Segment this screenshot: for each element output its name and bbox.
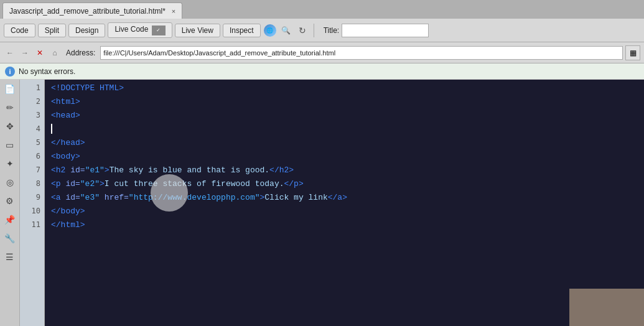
line-num-2: 2 [20, 95, 44, 108]
code-line-5: </head> [45, 136, 644, 149]
inspect-button[interactable]: Inspect [223, 24, 261, 37]
line-num-5: 5 [20, 136, 44, 149]
code-line-1: <!DOCTYPE HTML> [45, 81, 644, 95]
star-icon[interactable]: ✦ [3, 157, 17, 170]
status-message: No syntax errors. [19, 67, 75, 76]
status-bar: i No syntax errors. [0, 63, 644, 80]
tool-icon[interactable]: 🔧 [3, 231, 17, 245]
home-button[interactable]: ⌂ [49, 47, 61, 59]
line-num-4: 4 [20, 122, 44, 136]
target-icon[interactable]: ◎ [3, 175, 17, 189]
active-tab[interactable]: Javascript_add_remove_attribute_tutorial… [2, 2, 182, 19]
code-line-4 [45, 122, 644, 136]
code-line-7: <h2 id="e1">The sky is blue and that is … [45, 163, 644, 177]
grid-icon[interactable]: ▦ [625, 45, 640, 60]
refresh-icon[interactable]: ↻ [296, 24, 309, 37]
code-line-3: <head> [45, 108, 644, 122]
design-button[interactable]: Design [68, 24, 105, 37]
edit-icon[interactable]: ✏ [3, 101, 17, 114]
toolbar-separator [314, 24, 314, 37]
live-code-button[interactable]: Live Code ✓ [108, 22, 172, 38]
title-input[interactable] [342, 24, 429, 37]
split-button[interactable]: Split [38, 24, 66, 37]
watermark [569, 289, 644, 326]
line-numbers: 1 2 3 4 5 6 7 8 9 10 11 [20, 80, 45, 326]
address-label: Address: [66, 49, 95, 57]
code-line-11: </html> [45, 218, 644, 231]
code-line-9: <a id="e3" href="http://www.developphp.c… [45, 190, 644, 204]
address-input[interactable] [100, 46, 623, 60]
code-editor[interactable]: <!DOCTYPE HTML> <html> <head> </head> <b… [45, 80, 644, 326]
move-icon[interactable]: ✥ [3, 119, 17, 133]
address-bar: ← → ✕ ⌂ Address: ▦ [0, 42, 644, 63]
code-button[interactable]: Code [4, 24, 35, 37]
main-toolbar: Code Split Design Live Code ✓ Live View … [0, 19, 644, 42]
forward-button[interactable]: → [19, 47, 31, 59]
tab-close-btn[interactable]: × [172, 7, 175, 15]
stop-button[interactable]: ✕ [34, 47, 46, 59]
editor-container: 📄 ✏ ✥ ▭ ✦ ◎ ⚙ 📌 🔧 ☰ 1 2 3 4 5 6 7 8 9 10… [0, 80, 644, 326]
line-num-8: 8 [20, 177, 44, 190]
search-icon[interactable]: 🔍 [279, 24, 293, 37]
tab-title: Javascript_add_remove_attribute_tutorial… [9, 7, 166, 16]
live-view-button[interactable]: Live View [175, 24, 220, 37]
line-num-9: 9 [20, 190, 44, 204]
list-icon[interactable]: ☰ [3, 250, 17, 264]
back-button[interactable]: ← [4, 47, 16, 59]
line-num-7: 7 [20, 163, 44, 177]
line-num-6: 6 [20, 149, 44, 163]
settings-icon[interactable]: ⚙ [3, 194, 17, 208]
code-line-2: <html> [45, 95, 644, 108]
code-line-6: <body> [45, 149, 644, 163]
sidebar-icons: 📄 ✏ ✥ ▭ ✦ ◎ ⚙ 📌 🔧 ☰ [0, 80, 20, 326]
info-icon: i [5, 67, 15, 77]
editor-wrapper: <!DOCTYPE HTML> <html> <head> </head> <b… [45, 80, 644, 326]
line-num-11: 11 [20, 218, 44, 231]
rect-icon[interactable]: ▭ [3, 138, 17, 152]
line-num-10: 10 [20, 204, 44, 218]
line-num-3: 3 [20, 108, 44, 122]
file-icon[interactable]: 📄 [3, 82, 17, 96]
live-code-icon: ✓ [152, 26, 166, 35]
line-num-1: 1 [20, 81, 44, 95]
globe-icon[interactable]: 🌐 [263, 24, 277, 37]
pin-icon[interactable]: 📌 [3, 213, 17, 226]
title-label: Title: [324, 26, 340, 35]
code-line-10: </body> [45, 204, 644, 218]
code-line-8: <p id="e2">I cut three stacks of firewoo… [45, 177, 644, 190]
tab-bar: Javascript_add_remove_attribute_tutorial… [0, 0, 644, 19]
